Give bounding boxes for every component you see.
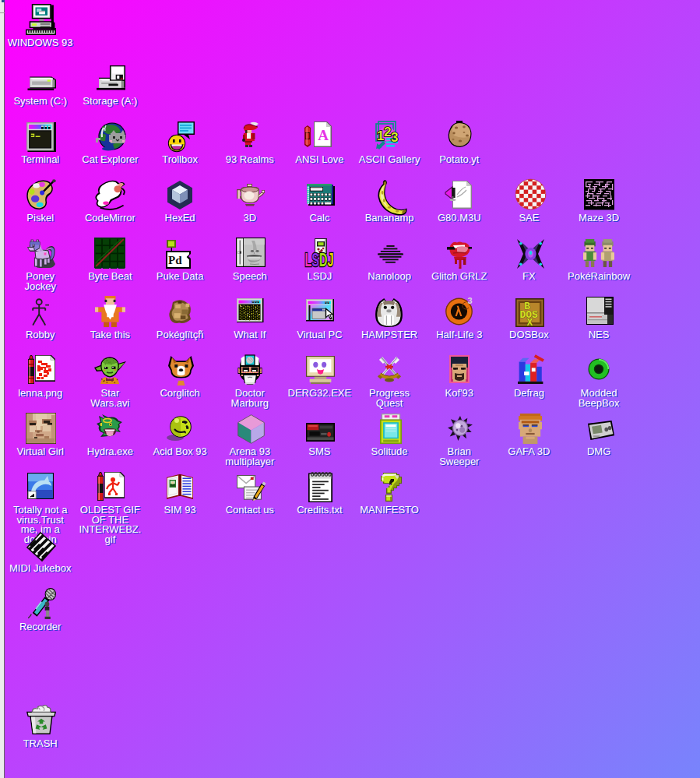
svg-text:X: X bbox=[527, 317, 533, 329]
svg-text:Pd: Pd bbox=[168, 254, 182, 266]
svg-text:3: 3 bbox=[391, 130, 398, 145]
svg-text:3: 3 bbox=[467, 296, 472, 305]
svg-text:A: A bbox=[318, 127, 329, 143]
svg-text:LSDJ: LSDJ bbox=[305, 250, 334, 270]
